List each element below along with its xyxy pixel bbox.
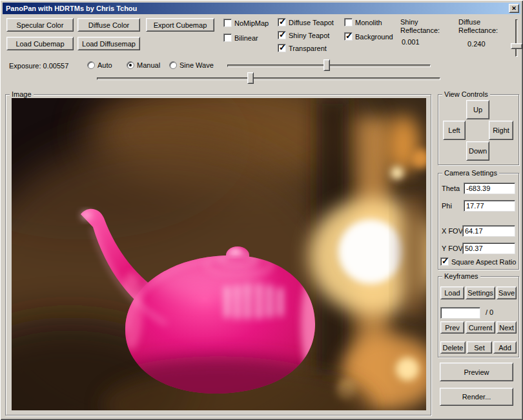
checkbox-box bbox=[440, 257, 449, 266]
diffuse-reflectance-value: 0.240 bbox=[467, 40, 486, 48]
checkbox-label: Monolith bbox=[355, 19, 382, 26]
titlebar[interactable]: PanoPan with HDRTMs by Chris Tchou ✕ bbox=[3, 3, 520, 14]
checkbox-box bbox=[278, 44, 286, 52]
shiny-reflectance-label: Shiny Reflectance: bbox=[400, 18, 447, 35]
preview-button[interactable]: Preview bbox=[440, 363, 513, 381]
checkbox-box bbox=[278, 18, 286, 26]
checkbox-label: Shiny Teapot bbox=[289, 32, 329, 39]
checkbox-label: Square Aspect Ratio bbox=[451, 258, 516, 266]
checkbox-label: Bilinear bbox=[234, 34, 258, 42]
keyframe-save-button[interactable]: Save bbox=[497, 286, 517, 299]
pan-slider-track[interactable] bbox=[97, 77, 440, 80]
keyframes-label: Keyframes bbox=[442, 272, 480, 280]
radio-dot bbox=[87, 61, 95, 69]
keyframe-next-button[interactable]: Next bbox=[497, 321, 517, 334]
exposure-label: Exposure: 0.00557 bbox=[9, 62, 68, 70]
view-right-button[interactable]: Right bbox=[489, 121, 513, 140]
camera-settings-label: Camera Settings bbox=[442, 169, 499, 177]
checkbox-box bbox=[344, 32, 353, 41]
checkbox-square-aspect[interactable]: Square Aspect Ratio bbox=[440, 257, 516, 266]
radio-manual[interactable]: Manual bbox=[127, 61, 160, 69]
radio-label: Sine Wave bbox=[179, 61, 214, 69]
checkbox-label: Diffuse Teapot bbox=[289, 19, 334, 26]
checkbox-background[interactable]: Background bbox=[344, 32, 393, 41]
phi-label: Phi bbox=[442, 202, 452, 210]
radio-label: Manual bbox=[137, 61, 160, 69]
yfov-label: Y FOV bbox=[442, 245, 463, 253]
close-button[interactable]: ✕ bbox=[509, 4, 519, 13]
radio-label: Auto bbox=[97, 61, 112, 69]
checkbox-label: Transparent bbox=[289, 45, 327, 52]
phi-input[interactable] bbox=[464, 200, 515, 212]
diffuse-color-button[interactable]: Diffuse Color bbox=[77, 18, 140, 32]
checkbox-box bbox=[223, 19, 232, 27]
view-left-button[interactable]: Left bbox=[443, 121, 466, 140]
checkbox-label: NoMipMap bbox=[234, 19, 269, 27]
radio-dot bbox=[169, 61, 177, 69]
load-cubemap-button[interactable]: Load Cubemap bbox=[6, 37, 74, 50]
keyframe-add-button[interactable]: Add bbox=[493, 341, 517, 354]
checkbox-shiny-teapot[interactable]: Shiny Teapot bbox=[278, 31, 329, 39]
theta-label: Theta bbox=[442, 185, 460, 193]
specular-color-button[interactable]: Specular Color bbox=[6, 18, 74, 32]
checkbox-transparent[interactable]: Transparent bbox=[278, 44, 327, 52]
keyframe-load-button[interactable]: Load bbox=[440, 286, 464, 299]
image-group-label: Image bbox=[10, 90, 34, 98]
theta-input[interactable] bbox=[464, 183, 515, 194]
view-controls-label: View Controls bbox=[442, 90, 490, 98]
checkbox-box bbox=[344, 18, 353, 26]
keyframe-settings-button[interactable]: Settings bbox=[466, 286, 495, 299]
window-title: PanoPan with HDRTMs by Chris Tchou bbox=[6, 5, 509, 12]
exposure-slider-thumb[interactable] bbox=[323, 59, 330, 71]
view-down-button[interactable]: Down bbox=[466, 141, 489, 161]
keyframe-set-button[interactable]: Set bbox=[467, 341, 492, 354]
yfov-input[interactable] bbox=[462, 243, 515, 254]
keyframe-prev-button[interactable]: Prev bbox=[440, 321, 464, 334]
export-cubemap-button[interactable]: Export Cubemap bbox=[146, 18, 214, 32]
diffuse-reflectance-label: Diffuse Reflectance: bbox=[458, 18, 510, 35]
pan-slider-thumb[interactable] bbox=[247, 72, 254, 84]
checkbox-box bbox=[223, 34, 232, 42]
radio-dot bbox=[127, 61, 134, 69]
keyframe-delete-button[interactable]: Delete bbox=[440, 341, 466, 354]
load-diffusemap-button[interactable]: Load Diffusemap bbox=[77, 37, 140, 50]
render-button[interactable]: Render... bbox=[440, 388, 513, 406]
checkbox-bilinear[interactable]: Bilinear bbox=[223, 34, 258, 42]
radio-sine-wave[interactable]: Sine Wave bbox=[169, 61, 214, 69]
keyframe-count-label: / 0 bbox=[486, 308, 493, 317]
shiny-reflectance-value: 0.001 bbox=[402, 38, 420, 46]
close-icon: ✕ bbox=[511, 5, 517, 12]
app-window: PanoPan with HDRTMs by Chris Tchou ✕ Spe… bbox=[0, 0, 523, 420]
diffuse-reflectance-slider-thumb[interactable] bbox=[511, 43, 522, 49]
xfov-label: X FOV bbox=[442, 227, 463, 235]
xfov-input[interactable] bbox=[462, 225, 515, 237]
checkbox-monolith[interactable]: Monolith bbox=[344, 18, 382, 26]
checkbox-label: Background bbox=[355, 33, 393, 41]
checkbox-box bbox=[278, 31, 286, 39]
keyframe-current-button[interactable]: Current bbox=[466, 321, 495, 334]
checkbox-diffuse-teapot[interactable]: Diffuse Teapot bbox=[278, 18, 334, 26]
radio-auto[interactable]: Auto bbox=[87, 61, 112, 69]
view-up-button[interactable]: Up bbox=[466, 100, 489, 119]
render-viewport[interactable] bbox=[12, 98, 426, 410]
keyframe-index-input[interactable] bbox=[440, 307, 480, 319]
diffuse-reflectance-slider-track[interactable] bbox=[515, 19, 518, 57]
checkbox-nomipmap[interactable]: NoMipMap bbox=[223, 19, 269, 27]
